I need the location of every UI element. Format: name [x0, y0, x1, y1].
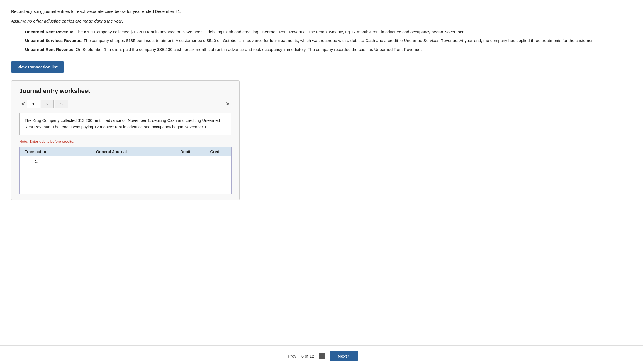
case-c-text: On September 1, a client paid the compan…: [75, 47, 422, 52]
debit-input-3[interactable]: [173, 178, 198, 182]
credit-input-3[interactable]: [204, 178, 228, 182]
table-row: [20, 175, 232, 185]
tab-2[interactable]: 2: [41, 100, 54, 108]
credit-cell-2[interactable]: [201, 166, 232, 175]
debit-input-4[interactable]: [173, 187, 198, 192]
assumption-text: Assume no other adjusting entries are ma…: [11, 19, 632, 23]
general-journal-input-1[interactable]: [56, 159, 167, 163]
general-journal-cell-3[interactable]: [53, 175, 170, 185]
col-transaction: Transaction: [20, 147, 53, 156]
scenario-text: The Krug Company collected $13,200 rent …: [25, 118, 220, 129]
worksheet-title: Journal entry worksheet: [19, 87, 232, 95]
debit-cell-3[interactable]: [170, 175, 201, 185]
general-journal-input-2[interactable]: [56, 168, 167, 173]
tab-next-arrow[interactable]: >: [224, 100, 232, 108]
transaction-cell-3: [20, 175, 53, 185]
debit-input-2[interactable]: [173, 168, 198, 173]
debit-cell-4[interactable]: [170, 185, 201, 194]
general-journal-cell-2[interactable]: [53, 166, 170, 175]
debit-input-1[interactable]: [173, 159, 198, 163]
case-b-text: The company charges $135 per insect trea…: [82, 38, 594, 43]
transaction-cell-1: a.: [20, 156, 53, 166]
col-debit: Debit: [170, 147, 201, 156]
view-transaction-button[interactable]: View transaction list: [11, 61, 64, 73]
table-row: [20, 185, 232, 194]
tabs-row: < 1 2 3 >: [19, 100, 232, 108]
case-c: Unearned Rent Revenue. On September 1, a…: [25, 46, 632, 53]
debit-cell-1[interactable]: [170, 156, 201, 166]
transaction-cell-2: [20, 166, 53, 175]
credit-cell-3[interactable]: [201, 175, 232, 185]
tab-prev-arrow[interactable]: <: [19, 100, 27, 108]
case-a-bold: Unearned Rent Revenue.: [25, 29, 75, 34]
table-row: [20, 166, 232, 175]
debit-cell-2[interactable]: [170, 166, 201, 175]
journal-table: Transaction General Journal Debit Credit…: [19, 147, 232, 194]
general-journal-input-3[interactable]: [56, 178, 167, 182]
instruction-text: Record adjusting journal entries for eac…: [11, 8, 632, 15]
table-row: a.: [20, 156, 232, 166]
credit-cell-1[interactable]: [201, 156, 232, 166]
col-credit: Credit: [201, 147, 232, 156]
general-journal-cell-4[interactable]: [53, 185, 170, 194]
worksheet-container: Journal entry worksheet < 1 2 3 > The Kr…: [11, 80, 240, 200]
tab-3[interactable]: 3: [55, 100, 68, 108]
credit-input-2[interactable]: [204, 168, 228, 173]
tab-1[interactable]: 1: [27, 100, 40, 108]
case-b: Unearned Services Revenue. The company c…: [25, 37, 632, 44]
general-journal-cell-1[interactable]: [53, 156, 170, 166]
credit-input-4[interactable]: [204, 187, 228, 192]
case-b-bold: Unearned Services Revenue.: [25, 38, 82, 43]
case-a: Unearned Rent Revenue. The Krug Company …: [25, 28, 632, 36]
credit-cell-4[interactable]: [201, 185, 232, 194]
col-general-journal: General Journal: [53, 147, 170, 156]
note-text: Note: Enter debits before credits.: [19, 139, 232, 144]
general-journal-input-4[interactable]: [56, 187, 167, 192]
transaction-cell-4: [20, 185, 53, 194]
case-a-text: The Krug Company collected $13,200 rent …: [75, 29, 468, 34]
credit-input-1[interactable]: [204, 159, 228, 163]
case-c-bold: Unearned Rent Revenue.: [25, 47, 75, 52]
scenario-box: The Krug Company collected $13,200 rent …: [19, 113, 231, 135]
